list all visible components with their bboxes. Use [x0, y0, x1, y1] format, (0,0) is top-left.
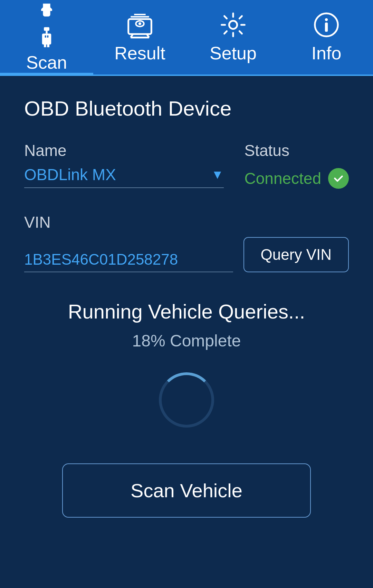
result-tab-icon: [126, 11, 154, 39]
vin-section: VIN 1B3ES46C01D258278 Query VIN: [24, 213, 349, 272]
vin-label: VIN: [24, 213, 51, 231]
result-tab-label: Result: [114, 43, 165, 63]
status-field-group: Status Connected: [245, 141, 349, 189]
svg-rect-0: [44, 4, 46, 7]
connected-status-icon: [328, 168, 349, 189]
query-vin-button[interactable]: Query VIN: [243, 237, 349, 272]
progress-title: Running Vehicle Queries...: [68, 300, 305, 323]
vin-input-wrapper: 1B3ES46C01D258278: [24, 251, 233, 272]
chevron-down-icon: ▼: [211, 167, 224, 182]
scan-tab-label: Scan: [26, 52, 67, 73]
info-tab-label: Info: [312, 43, 342, 63]
svg-rect-1: [48, 4, 49, 7]
svg-point-14: [325, 18, 328, 21]
svg-rect-15: [325, 22, 328, 32]
usb-icon: [33, 0, 60, 22]
status-value-row: Connected: [245, 165, 349, 189]
vin-value: 1B3ES46C01D258278: [24, 251, 178, 268]
svg-rect-6: [47, 44, 49, 47]
svg-rect-7: [45, 35, 46, 38]
progress-percentage: 18% Complete: [132, 331, 241, 350]
nav-item-setup[interactable]: Setup: [186, 0, 280, 75]
device-dropdown[interactable]: OBDLink MX ▼: [24, 165, 224, 188]
nav-item-result[interactable]: Result: [93, 0, 186, 75]
checkmark-icon: [332, 172, 345, 185]
progress-section: Running Vehicle Queries... 18% Complete …: [24, 300, 349, 518]
svg-point-11: [138, 22, 141, 25]
svg-rect-4: [42, 33, 51, 45]
spinner-container: [159, 372, 214, 428]
vin-row: 1B3ES46C01D258278 Query VIN: [24, 237, 349, 272]
nav-item-info[interactable]: Info: [280, 0, 373, 75]
top-navigation: Scan Result Setup Info: [0, 0, 373, 76]
svg-rect-2: [44, 27, 49, 31]
status-text: Connected: [245, 169, 322, 188]
info-tab-icon: [313, 11, 340, 39]
scan-vehicle-button[interactable]: Scan Vehicle: [62, 463, 311, 518]
svg-rect-5: [44, 44, 46, 47]
device-row: Name OBDLink MX ▼ Status Connected: [24, 141, 349, 189]
section-title: OBD Bluetooth Device: [24, 97, 349, 120]
main-content: OBD Bluetooth Device Name OBDLink MX ▼ S…: [0, 76, 373, 538]
loading-spinner: [159, 372, 214, 428]
status-label: Status: [245, 141, 349, 160]
name-field-group: Name OBDLink MX ▼: [24, 141, 224, 188]
device-name-value: OBDLink MX: [24, 165, 206, 184]
name-label: Name: [24, 141, 224, 160]
setup-tab-icon: [219, 11, 247, 39]
scan-tab-icon: [33, 26, 60, 48]
setup-tab-label: Setup: [210, 43, 257, 63]
svg-point-12: [229, 21, 237, 29]
svg-rect-8: [47, 35, 48, 38]
svg-rect-3: [46, 31, 47, 33]
nav-item-scan[interactable]: Scan: [0, 0, 93, 75]
